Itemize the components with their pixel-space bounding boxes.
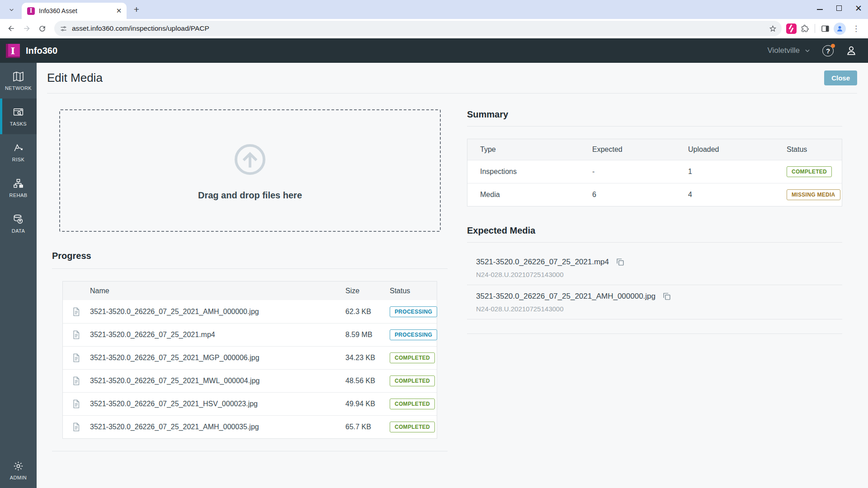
forward-button[interactable] xyxy=(19,21,34,36)
left-panel-divider xyxy=(52,451,448,451)
person-icon xyxy=(845,45,857,56)
file-name: 3521-3520.0_26226_07_25_2021_AMH_000000.… xyxy=(90,308,345,316)
url-text: asset.info360.com/inspections/upload/PAC… xyxy=(72,24,769,33)
expected-media-id: N24-028.U.20210725143000 xyxy=(476,271,842,278)
sidebar-item-data[interactable]: DATA xyxy=(0,206,37,241)
col-header-status: Status xyxy=(390,287,437,295)
file-dropzone[interactable]: Drag and drop files here xyxy=(59,109,441,232)
file-size: 65.7 KB xyxy=(345,423,390,431)
app-name: Info360 xyxy=(26,46,767,56)
chevron-down-icon xyxy=(804,47,811,54)
app-header: I Info360 Violetville ? xyxy=(0,38,868,63)
summary-column: Summary Type Expected Uploaded Status In… xyxy=(467,94,842,451)
copy-icon[interactable] xyxy=(662,291,672,301)
file-size: 62.3 KB xyxy=(345,308,390,316)
tab-close-icon[interactable]: ✕ xyxy=(115,7,123,15)
page-header: Edit Media Close xyxy=(47,63,857,94)
col-header-size: Size xyxy=(345,287,390,295)
file-icon xyxy=(71,422,81,432)
sidebar-label-risk: RISK xyxy=(12,157,24,162)
col-header-uploaded: Uploaded xyxy=(688,145,787,154)
col-header-expected: Expected xyxy=(592,145,688,154)
file-name: 3521-3520.0_26226_07_25_2021.mp4 xyxy=(90,331,345,339)
expected-media-id: N24-028.U.20210725143000 xyxy=(476,305,842,313)
summary-uploaded: 1 xyxy=(688,168,787,176)
notification-dot xyxy=(831,44,835,48)
new-tab-button[interactable]: + xyxy=(130,3,143,16)
table-row: 3521-3520.0_26226_07_25_2021_MGP_000006.… xyxy=(63,346,437,369)
status-badge: COMPLETED xyxy=(390,352,435,363)
file-size: 8.59 MB xyxy=(345,331,390,339)
list-item: 3521-3520.0_26226_07_25_2021.mp4 N24-028… xyxy=(467,243,842,285)
sidebar-label-data: DATA xyxy=(12,228,25,234)
expected-media-name: 3521-3520.0_26226_07_25_2021_AMH_000000.… xyxy=(476,292,656,301)
info360-logo: I xyxy=(6,44,20,58)
summary-type: Inspections xyxy=(467,168,592,176)
summary-heading: Summary xyxy=(467,109,842,127)
page-title: Edit Media xyxy=(47,71,103,85)
status-badge: MISSING MEDIA xyxy=(787,189,840,200)
sidebar-label-tasks: TASKS xyxy=(10,121,27,127)
status-badge: COMPLETED xyxy=(390,375,435,386)
summary-expected: 6 xyxy=(592,191,688,199)
extensions-puzzle-icon[interactable] xyxy=(800,24,809,33)
sidebar-item-rehab[interactable]: REHAB xyxy=(0,170,37,206)
status-badge: COMPLETED xyxy=(390,399,435,409)
col-header-name: Name xyxy=(90,287,345,295)
browser-profile-avatar[interactable] xyxy=(834,23,846,35)
minimize-button[interactable] xyxy=(817,6,823,10)
table-row: 3521-3520.0_26226_07_25_2021_HSV_000023.… xyxy=(63,392,437,415)
site-settings-icon[interactable] xyxy=(60,25,67,33)
url-bar[interactable]: asset.info360.com/inspections/upload/PAC… xyxy=(54,21,782,36)
sidebar-label-admin: ADMIN xyxy=(10,475,27,480)
browser-toolbar: asset.info360.com/inspections/upload/PAC… xyxy=(0,19,868,38)
sidebar-item-tasks[interactable]: TASKS xyxy=(0,99,37,134)
summary-expected: - xyxy=(592,168,688,176)
status-badge: PROCESSING xyxy=(390,329,437,340)
upload-column: Drag and drop files here Progress Name S… xyxy=(52,94,448,451)
file-name: 3521-3520.0_26226_07_25_2021_HSV_000023.… xyxy=(90,400,345,408)
tab-title: Info360 Asset xyxy=(39,7,115,14)
close-button[interactable]: Close xyxy=(824,70,857,85)
file-size: 49.94 KB xyxy=(345,400,390,408)
sidebar-item-risk[interactable]: RISK xyxy=(0,134,37,170)
back-button[interactable] xyxy=(4,21,19,36)
browser-menu-icon[interactable]: ⋮ xyxy=(849,24,863,33)
gear-icon xyxy=(13,460,24,472)
maximize-button[interactable] xyxy=(836,5,842,11)
file-size: 48.56 KB xyxy=(345,377,390,385)
file-icon xyxy=(71,307,81,317)
copy-icon[interactable] xyxy=(615,257,625,267)
workspace-dropdown[interactable]: Violetville xyxy=(767,46,811,55)
reload-button[interactable] xyxy=(34,21,50,36)
file-name: 3521-3520.0_26226_07_25_2021_AMH_000035.… xyxy=(90,423,345,431)
help-button[interactable]: ? xyxy=(822,45,834,56)
data-icon xyxy=(13,214,24,225)
tasks-icon xyxy=(13,107,24,118)
status-badge: COMPLETED xyxy=(390,422,435,432)
browser-tab[interactable]: I Info360 Asset ✕ xyxy=(22,3,127,19)
status-badge: COMPLETED xyxy=(787,166,832,177)
map-icon xyxy=(13,71,24,82)
file-size: 34.23 KB xyxy=(345,354,390,362)
summary-uploaded: 4 xyxy=(688,191,787,199)
summary-table-header: Type Expected Uploaded Status xyxy=(467,139,842,160)
user-menu-button[interactable] xyxy=(845,45,857,56)
summary-table: Type Expected Uploaded Status Inspection… xyxy=(467,139,842,206)
favicon-icon: I xyxy=(27,7,35,15)
bookmark-star-icon[interactable] xyxy=(769,24,777,33)
file-icon xyxy=(71,399,81,409)
sidebar-item-admin[interactable]: ADMIN xyxy=(0,452,37,488)
tab-search-chevron-icon[interactable] xyxy=(4,2,19,17)
sidebar-item-network[interactable]: NETWORK xyxy=(0,63,37,99)
side-panel-icon[interactable] xyxy=(821,24,830,33)
expected-media-heading: Expected Media xyxy=(467,225,842,243)
upload-icon xyxy=(231,141,269,178)
pink-extension-icon[interactable] xyxy=(786,23,797,34)
file-icon xyxy=(71,376,81,386)
window-close-button[interactable]: ✕ xyxy=(855,5,862,11)
sidebar-label-network: NETWORK xyxy=(5,85,32,91)
status-badge: PROCESSING xyxy=(390,306,437,317)
toolbar-divider xyxy=(815,24,815,33)
main-content: Edit Media Close Drag and drop files her… xyxy=(37,63,868,488)
